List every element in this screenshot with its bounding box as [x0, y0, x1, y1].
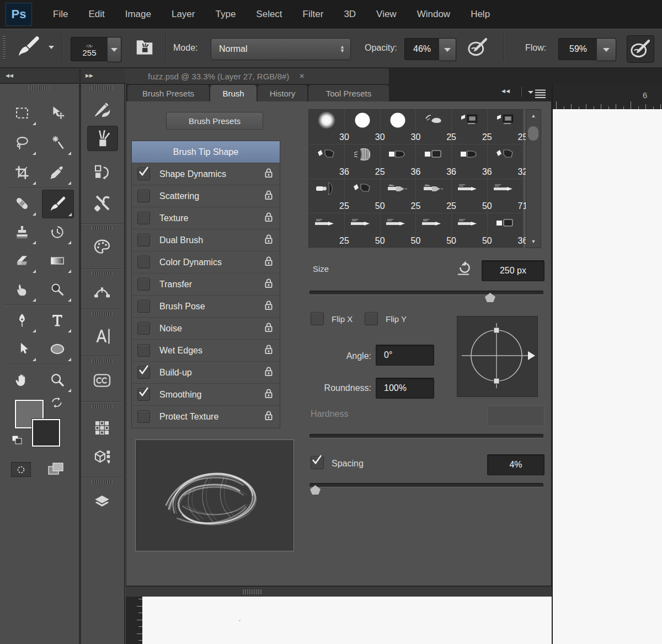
brush-tip-pencil-25[interactable]: 25: [380, 179, 416, 213]
brush-preset-dropdown[interactable]: [108, 37, 121, 62]
panel-icon-brush-presets[interactable]: [87, 97, 117, 121]
menu-image[interactable]: Image: [125, 9, 151, 20]
document-canvas-right[interactable]: [552, 109, 662, 644]
tool-brush[interactable]: [42, 190, 74, 218]
brush-tip-chips-25[interactable]: 25: [488, 110, 524, 144]
brush-tip-cyl-25[interactable]: 25: [309, 179, 345, 213]
brush-tool-icon[interactable]: [15, 35, 42, 59]
dock-grip[interactable]: [92, 271, 113, 275]
lock-icon[interactable]: [264, 344, 273, 357]
lock-icon[interactable]: [264, 278, 273, 291]
menu-layer[interactable]: Layer: [172, 9, 195, 20]
menu-window[interactable]: Window: [417, 9, 450, 20]
flip-x-checkbox[interactable]: [311, 312, 324, 325]
dock-grip[interactable]: [92, 312, 113, 316]
document-tab[interactable]: fuzz.psd @ 33.3% (Layer 27, RGB/8#) ✕: [126, 68, 389, 84]
brush-tip-fan-25[interactable]: 25: [345, 144, 381, 179]
menu-filter[interactable]: Filter: [303, 9, 324, 20]
menu-edit[interactable]: Edit: [88, 9, 104, 20]
setting-brush-tip-shape[interactable]: Brush Tip Shape: [132, 141, 280, 163]
lock-icon[interactable]: [264, 388, 273, 401]
setting-scattering[interactable]: Scattering: [132, 185, 280, 207]
scroll-up-arrow[interactable]: ▲: [526, 113, 541, 119]
spacing-field[interactable]: 4%: [487, 454, 544, 475]
lock-icon[interactable]: [264, 366, 273, 379]
setting-checkbox[interactable]: [137, 168, 150, 180]
setting-checkbox[interactable]: [137, 366, 150, 379]
opacity-field[interactable]: 46%: [404, 38, 440, 60]
airbrush-button[interactable]: [627, 35, 654, 63]
dock-grip[interactable]: [92, 226, 113, 230]
setting-checkbox[interactable]: [137, 278, 150, 291]
setting-checkbox[interactable]: [137, 410, 150, 423]
dock-grip[interactable]: [92, 480, 113, 484]
panel-icon-swatches[interactable]: [87, 235, 117, 259]
brush-preset-picker[interactable]: 255: [71, 37, 108, 61]
setting-shape-dynamics[interactable]: Shape Dynamics: [132, 163, 280, 185]
screen-mode-button[interactable]: [46, 462, 65, 479]
panel-icon-layers[interactable]: [87, 490, 117, 514]
tool-gradient[interactable]: [42, 247, 73, 275]
brush-tip-pen-50[interactable]: 50: [380, 213, 416, 248]
panel-icon-3d[interactable]: [87, 444, 117, 469]
tool-path-select[interactable]: [7, 335, 38, 363]
menu-select[interactable]: Select: [256, 9, 282, 20]
tool-clone-stamp[interactable]: [7, 218, 38, 246]
lock-icon[interactable]: [264, 234, 273, 246]
brush-tip-pen-50[interactable]: 50: [452, 179, 488, 213]
brush-tip-chipdark-36[interactable]: 36: [309, 144, 345, 179]
icons-dock-expand[interactable]: ▶▶: [81, 68, 129, 83]
brush-tip-comet-25[interactable]: 25: [416, 110, 452, 144]
background-color-swatch[interactable]: [32, 419, 60, 447]
opacity-dropdown[interactable]: [439, 38, 456, 61]
setting-transfer[interactable]: Transfer: [132, 273, 280, 296]
brush-tip-hard-30[interactable]: 30: [380, 110, 416, 144]
tool-move[interactable]: [42, 99, 73, 127]
setting-checkbox[interactable]: [137, 234, 150, 246]
tab-brush-presets[interactable]: Brush Presets: [127, 85, 209, 101]
tools-dock-collapse[interactable]: ◀◀: [0, 68, 84, 83]
brush-tip-rect-36[interactable]: 36: [488, 213, 524, 248]
setting-texture[interactable]: Texture: [132, 207, 280, 229]
tablet-opacity-icon[interactable]: [466, 36, 489, 61]
setting-protect-texture[interactable]: Protect Texture: [132, 406, 280, 427]
lock-icon[interactable]: [264, 300, 273, 313]
setting-noise[interactable]: Noise: [132, 318, 280, 340]
lock-icon[interactable]: [264, 212, 273, 224]
dock-resize-grip[interactable]: [243, 589, 261, 594]
brush-tip-pencil-25[interactable]: 25: [416, 179, 452, 213]
toggle-brush-panel-button[interactable]: [134, 37, 156, 60]
brush-tip-chips-25[interactable]: 25: [452, 110, 488, 144]
dock-grip[interactable]: [92, 405, 113, 409]
tool-smudge[interactable]: [7, 276, 38, 303]
menu-type[interactable]: Type: [215, 9, 236, 20]
tab-tool-presets[interactable]: Tool Presets: [308, 85, 389, 101]
lock-icon[interactable]: [264, 410, 273, 423]
lock-icon[interactable]: [264, 322, 273, 335]
setting-color-dynamics[interactable]: Color Dynamics: [132, 251, 280, 273]
document-tab-close[interactable]: ✕: [299, 72, 305, 80]
angle-field[interactable]: 0°: [376, 345, 434, 366]
tool-eyedropper[interactable]: [42, 159, 73, 186]
setting-checkbox[interactable]: [137, 322, 150, 335]
tool-lasso[interactable]: [7, 129, 38, 157]
panel-menu-button[interactable]: [527, 88, 547, 100]
flip-y-checkbox[interactable]: [365, 312, 378, 325]
brush-tip-chipdark-50[interactable]: 50: [345, 179, 381, 213]
panel-icon-character[interactable]: [87, 324, 117, 348]
brush-tip-blob-36[interactable]: 36: [380, 144, 416, 179]
brush-tool-dropdown-arrow[interactable]: [49, 46, 54, 49]
swap-colors-icon[interactable]: [51, 397, 63, 410]
setting-checkbox[interactable]: [137, 190, 150, 202]
setting-dual-brush[interactable]: Dual Brush: [132, 229, 280, 251]
default-colors-icon[interactable]: [11, 434, 25, 450]
brush-tip-soft-30[interactable]: 30: [309, 110, 345, 144]
dock-grip[interactable]: [92, 86, 113, 90]
tool-spot-healing[interactable]: [7, 190, 38, 217]
brush-tip-pen-50[interactable]: 50: [345, 213, 381, 248]
setting-checkbox[interactable]: [137, 388, 150, 401]
tool-zoom[interactable]: [42, 366, 73, 394]
menu-help[interactable]: Help: [471, 9, 490, 20]
reset-size-icon[interactable]: [455, 260, 472, 279]
spacing-checkbox[interactable]: [311, 456, 324, 469]
